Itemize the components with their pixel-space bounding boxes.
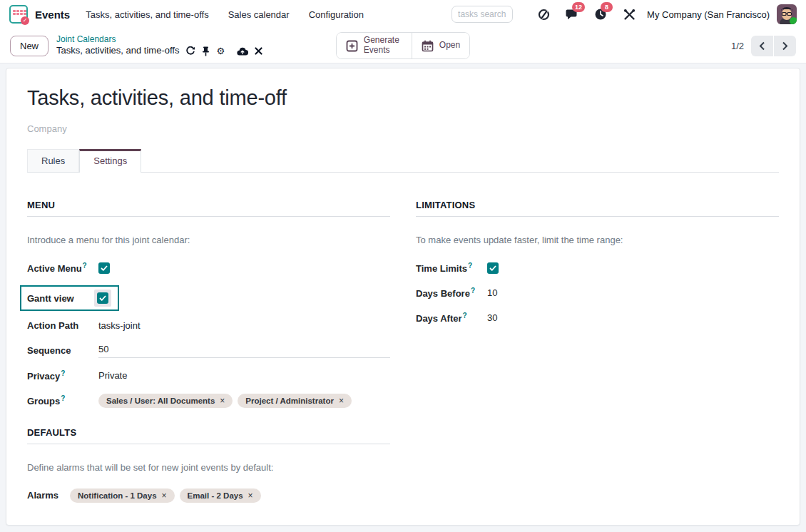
discard-icon[interactable] (255, 47, 262, 55)
pager: 1/2 (470, 36, 796, 56)
gantt-view-checkbox[interactable] (97, 292, 108, 304)
alarms-row: Alarms Notification - 1 Days× Email - 2 … (27, 488, 390, 503)
activities-icon[interactable]: 8 (591, 5, 610, 24)
presence-icon[interactable] (534, 5, 553, 24)
record-title[interactable]: Tasks, activities, and time-off (27, 86, 779, 110)
privacy-label: Privacy? (27, 369, 98, 382)
action-path-label: Action Path (27, 320, 98, 331)
checkmark-icon (101, 265, 108, 271)
company-field-placeholder[interactable]: Company (27, 123, 779, 134)
alarms-label: Alarms (27, 490, 70, 501)
tools-icon[interactable] (620, 5, 638, 24)
save-cloud-icon[interactable] (237, 47, 248, 56)
pin-icon[interactable] (202, 46, 210, 56)
online-status-dot (790, 17, 797, 24)
tab-rules[interactable]: Rules (27, 149, 79, 172)
pager-previous-button[interactable] (751, 36, 773, 56)
time-limits-label: Time Limits? (416, 262, 487, 274)
tag-delete-icon[interactable]: × (248, 491, 253, 501)
open-button[interactable]: Open (412, 33, 469, 58)
breadcrumb: Joint Calendars Tasks, activities, and t… (56, 34, 269, 56)
sequence-input[interactable]: 50 (98, 344, 390, 358)
breadcrumb-parent-link[interactable]: Joint Calendars (56, 34, 269, 45)
control-panel: New Joint Calendars Tasks, activities, a… (0, 29, 806, 63)
checkmark-icon (489, 265, 496, 271)
breadcrumb-area: New Joint Calendars Tasks, activities, a… (10, 34, 336, 56)
days-before-row: Days Before? 10 (416, 285, 779, 300)
days-after-label: Days After? (416, 312, 487, 324)
top-navbar: ✓ Events Tasks, activities, and time-off… (0, 0, 806, 29)
defaults-section-title: DEFAULTS (27, 427, 390, 444)
help-mark-icon: ? (83, 262, 87, 270)
tag-delete-icon[interactable]: × (339, 396, 344, 406)
pager-next-button[interactable] (774, 36, 796, 56)
navbar-right: 12 8 My Company (San Francisco) (452, 4, 797, 24)
group-tag[interactable]: Sales / User: All Documents× (98, 394, 233, 408)
groups-label: Groups? (27, 394, 98, 406)
menu-section-title: MENU (27, 200, 390, 217)
checkmark-icon (99, 295, 106, 301)
sequence-label: Sequence (27, 345, 98, 356)
plus-square-icon (346, 40, 358, 52)
company-switcher[interactable]: My Company (San Francisco) (647, 9, 770, 20)
help-mark-icon: ? (61, 369, 65, 377)
activities-count-badge: 8 (601, 2, 613, 12)
action-buttons: Generate Events Open (336, 32, 470, 59)
gantt-checkbox-focus-bg (94, 290, 111, 307)
events-app-icon[interactable]: ✓ (9, 5, 28, 24)
chevron-right-icon (782, 41, 788, 51)
days-after-input[interactable]: 30 (487, 312, 497, 323)
gantt-view-highlight-box: Gantt view (20, 285, 119, 311)
generate-events-button[interactable]: Generate Events (337, 33, 412, 58)
action-path-value[interactable]: tasks-joint (98, 320, 141, 331)
tag-delete-icon[interactable]: × (220, 396, 225, 406)
form-sheet: Tasks, activities, and time-off Company … (6, 68, 800, 526)
help-mark-icon: ? (468, 262, 472, 270)
new-button[interactable]: New (10, 36, 49, 56)
limitations-section-help: To make events update faster, limit the … (416, 235, 779, 245)
nav-item-sales-calendar[interactable]: Sales calendar (228, 9, 290, 20)
active-menu-row: Active Menu? (27, 260, 390, 275)
action-path-row: Action Path tasks-joint (27, 318, 390, 333)
help-mark-icon: ? (61, 394, 65, 402)
tag-delete-icon[interactable]: × (162, 491, 167, 501)
user-avatar[interactable] (777, 4, 797, 24)
record-action-icons: ⚙ (185, 46, 269, 56)
sheet-background: Tasks, activities, and time-off Company … (0, 63, 806, 526)
gear-icon[interactable]: ⚙ (216, 46, 225, 56)
time-limits-row: Time Limits? (416, 260, 779, 275)
group-tag[interactable]: Project / Administrator× (238, 394, 352, 408)
calendar-icon (422, 40, 434, 52)
defaults-section-help: Define alarms that will be set for new j… (27, 462, 390, 473)
notebook-tabs: Rules Settings (27, 149, 779, 173)
tab-settings[interactable]: Settings (79, 149, 141, 173)
breadcrumb-current: Tasks, activities, and time-offs (56, 45, 179, 56)
calendar-grid-decoration (13, 10, 26, 15)
help-mark-icon: ? (463, 312, 467, 319)
crossed-tools-icon (623, 9, 636, 21)
nav-item-tasks-activities[interactable]: Tasks, activities, and time-offs (86, 9, 208, 20)
limitations-section-title: LIMITATIONS (416, 200, 779, 217)
messages-icon[interactable]: 12 (563, 5, 581, 24)
circle-slash-icon (537, 8, 551, 21)
menu-section-help: Introduce a menu for this joint calendar… (27, 235, 390, 245)
help-mark-icon: ? (471, 287, 475, 295)
days-before-input[interactable]: 10 (487, 287, 497, 298)
time-limits-checkbox[interactable] (487, 262, 499, 274)
sequence-row: Sequence 50 (27, 343, 390, 358)
alarms-tag-list: Notification - 1 Days× Email - 2 Days× (70, 488, 261, 503)
active-menu-label: Active Menu? (27, 262, 98, 274)
active-menu-checkbox[interactable] (98, 262, 110, 274)
app-name[interactable]: Events (35, 9, 70, 21)
alarm-tag[interactable]: Email - 2 Days× (180, 488, 261, 503)
privacy-select[interactable]: Private (98, 370, 127, 381)
alarm-tag[interactable]: Notification - 1 Days× (70, 488, 175, 503)
restore-icon[interactable] (185, 46, 195, 56)
messages-count-badge: 12 (572, 2, 585, 12)
search-input[interactable] (452, 6, 513, 23)
calendar-check-badge: ✓ (21, 16, 29, 25)
privacy-row: Privacy? Private (27, 368, 390, 383)
groups-row: Groups? Sales / User: All Documents× Pro… (27, 393, 390, 408)
systray: 12 8 (524, 5, 638, 24)
nav-item-configuration[interactable]: Configuration (309, 9, 364, 20)
